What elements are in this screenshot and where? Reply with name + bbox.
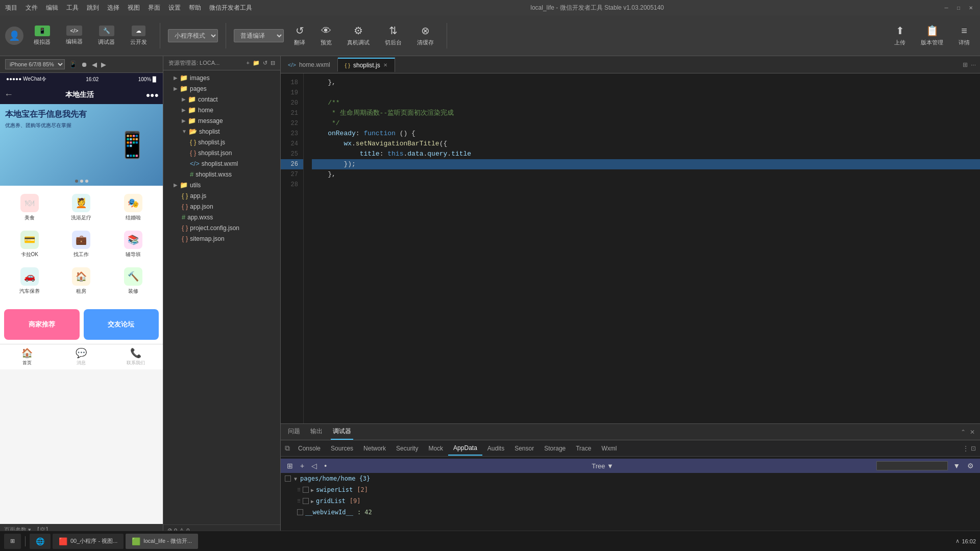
clear-cache-button[interactable]: ⊗ 清缓存 xyxy=(412,22,439,48)
browser-button[interactable]: 🌐 xyxy=(30,534,51,549)
root-expand-icon[interactable]: ▼ xyxy=(294,476,297,482)
device-select[interactable]: iPhone 6/7/8 85% xyxy=(5,59,65,69)
devtools-more-icon[interactable]: ⋮ xyxy=(963,445,969,452)
grid-item-fudaoban[interactable]: 📚 辅导班 xyxy=(108,227,159,262)
refresh-tree-icon[interactable]: ↺ xyxy=(263,60,267,66)
collapse-all-icon[interactable]: ⊟ xyxy=(271,60,275,66)
preview-button[interactable]: 👁 预览 xyxy=(315,23,337,48)
wechat-dev-button[interactable]: 🟩 local_life - 微信开... xyxy=(126,534,198,549)
devtools-tab-sources[interactable]: Sources xyxy=(326,442,358,455)
swiperlist-checkbox[interactable] xyxy=(303,487,309,493)
devtools-expand-icon[interactable]: ⊡ xyxy=(971,445,976,452)
slides-button[interactable]: 🟥 00_小程序 - 视图... xyxy=(53,534,124,549)
grid-item-zufang[interactable]: 🏠 租房 xyxy=(56,263,107,299)
mode-select[interactable]: 小程序模式 插件模式 xyxy=(168,29,218,42)
more-tabs-icon[interactable]: ··· xyxy=(971,61,976,68)
devtools-close-icon[interactable]: ✕ xyxy=(970,429,975,436)
merchant-card[interactable]: 商家推荐 xyxy=(4,309,80,340)
grid-item-karaok[interactable]: 💳 卡拉OK xyxy=(4,227,55,262)
tree-settings-button[interactable]: ⚙ xyxy=(965,461,976,471)
file-tree-item-shoplist-js[interactable]: { } shoplist.js xyxy=(163,137,280,147)
menu-tools[interactable]: 工具 xyxy=(66,4,79,12)
minimize-button[interactable]: ─ xyxy=(942,4,950,12)
new-folder-icon[interactable]: 📁 xyxy=(253,60,260,66)
tree-row-webviewid[interactable]: __webviewId__ : 42 xyxy=(281,507,980,518)
file-tree-item-utils[interactable]: ▶ 📁 utils xyxy=(163,180,280,190)
file-tree-item-sitemap[interactable]: { } sitemap.json xyxy=(163,233,280,244)
gridlist-checkbox[interactable] xyxy=(303,498,309,504)
file-tree-item-shoplist[interactable]: ▼ 📂 shoplist xyxy=(163,126,280,137)
compile-select[interactable]: 普通编译 自定义编译 xyxy=(234,29,284,42)
devtools-tab-storage[interactable]: Storage xyxy=(539,442,571,455)
refresh-button[interactable]: ↺ 翻译 xyxy=(289,22,310,48)
grid-item-meishi[interactable]: 🍽 美食 xyxy=(4,190,55,226)
cloud-button[interactable]: ☁ 云开发 xyxy=(125,23,152,48)
grid-item-zhaowork[interactable]: 💼 找工作 xyxy=(56,227,107,262)
tree-expand-button[interactable]: + xyxy=(298,461,306,471)
version-mgmt-button[interactable]: 📋 版本管理 xyxy=(916,22,948,48)
tree-row-gridlist[interactable]: ⠿ ▶ gridList [9] xyxy=(281,495,980,507)
devtools-tab-security[interactable]: Security xyxy=(391,442,423,455)
back-icon[interactable]: ◀ xyxy=(92,61,97,68)
back-nav-icon[interactable]: ← xyxy=(4,89,13,100)
devtools-tab-audits[interactable]: Audits xyxy=(482,442,509,455)
swiperlist-expand-icon[interactable]: ▶ xyxy=(311,487,314,493)
file-tree-item-shoplist-wxss[interactable]: # shoplist.wxss xyxy=(163,169,280,180)
tab-home-wxml[interactable]: </> home.wxml xyxy=(281,58,338,71)
tab-shoplist-js[interactable]: { } shoplist.js ✕ xyxy=(338,58,395,72)
grid-item-jiehun[interactable]: 🎭 结婚啦 xyxy=(108,190,159,226)
devtools-tab-mock[interactable]: Mock xyxy=(423,442,448,455)
file-tree-item-images[interactable]: ▶ 📁 images xyxy=(163,72,280,83)
detail-button[interactable]: ≡ 详情 xyxy=(953,23,975,48)
file-tree-item-shoplist-json[interactable]: { } shoplist.json xyxy=(163,147,280,158)
menu-goto[interactable]: 跳到 xyxy=(87,4,99,12)
menu-settings[interactable]: 设置 xyxy=(168,4,181,12)
tree-row-swiperlist[interactable]: ⠿ ▶ swiperList [2] xyxy=(281,484,980,495)
cut-backend-button[interactable]: ⇅ 切后台 xyxy=(380,22,407,48)
tree-root-row[interactable]: ▼ pages/home/home {3} xyxy=(281,473,980,484)
real-machine-button[interactable]: ⚙ 真机调试 xyxy=(342,22,375,48)
tree-search-input[interactable] xyxy=(876,461,948,470)
close-button[interactable]: ✕ xyxy=(967,4,975,12)
devtools-tab-sensor[interactable]: Sensor xyxy=(509,442,539,455)
simulator-button[interactable]: 📱 模拟器 xyxy=(29,23,56,48)
devtools-tab-wxml[interactable]: Wxml xyxy=(596,442,622,455)
split-editor-icon[interactable]: ⊞ xyxy=(963,61,968,68)
tree-filter-button[interactable]: ▼ xyxy=(951,461,962,471)
file-tree-item-app-js[interactable]: { } app.js xyxy=(163,190,280,201)
menu-interface[interactable]: 界面 xyxy=(148,4,160,12)
start-button[interactable]: ⊞ xyxy=(4,534,21,549)
devtools-tab-debugger[interactable]: 调试器 xyxy=(331,424,353,440)
tree-dot-button[interactable]: • xyxy=(322,461,329,471)
file-tree-item-app-wxss[interactable]: # app.wxss xyxy=(163,212,280,222)
file-tree-item-project-config[interactable]: { } project.config.json xyxy=(163,222,280,233)
file-tree-item-home[interactable]: ▶ 📁 home xyxy=(163,105,280,115)
editor-button[interactable]: </> 编辑器 xyxy=(61,23,88,47)
taskbar-expand-icon[interactable]: ∧ xyxy=(955,538,960,544)
devtools-dock-icon[interactable]: ⧉ xyxy=(285,444,290,453)
file-tree-item-message[interactable]: ▶ 📁 message xyxy=(163,115,280,126)
menu-edit[interactable]: 编辑 xyxy=(46,4,58,12)
tab-close-icon[interactable]: ✕ xyxy=(383,62,387,68)
gridlist-expand-icon[interactable]: ▶ xyxy=(311,498,314,504)
devtools-tab-network[interactable]: Network xyxy=(358,442,391,455)
devtools-collapse-icon[interactable]: ⌃ xyxy=(961,429,966,436)
tree-refresh-button[interactable]: ⊞ xyxy=(285,461,295,471)
menu-select[interactable]: 选择 xyxy=(107,4,119,12)
new-file-icon[interactable]: + xyxy=(247,60,250,66)
menu-help[interactable]: 帮助 xyxy=(189,4,201,12)
devtools-tab-trace[interactable]: Trace xyxy=(571,442,596,455)
menu-project[interactable]: 项目 xyxy=(5,4,17,12)
tab-contact[interactable]: 📞 联系我们 xyxy=(109,344,163,369)
grid-item-zhuangxiu[interactable]: 🔨 装修 xyxy=(108,263,159,299)
maximize-button[interactable]: □ xyxy=(954,4,963,12)
devtools-tab-output[interactable]: 输出 xyxy=(308,424,325,440)
record-icon[interactable]: ⏺ xyxy=(81,61,88,68)
menu-file[interactable]: 文件 xyxy=(26,4,38,12)
menu-wechat-tools[interactable]: 微信开发者工具 xyxy=(209,4,252,12)
upload-button[interactable]: ⬆ 上传 xyxy=(889,22,911,48)
menu-view[interactable]: 视图 xyxy=(128,4,140,12)
code-lines[interactable]: }, /** * 生命周期函数--监听页面初次渲染完成 */ onReady: … xyxy=(304,73,980,423)
tree-collapse-button[interactable]: ◁ xyxy=(309,461,319,471)
devtools-tab-appdata[interactable]: AppData xyxy=(448,441,482,456)
